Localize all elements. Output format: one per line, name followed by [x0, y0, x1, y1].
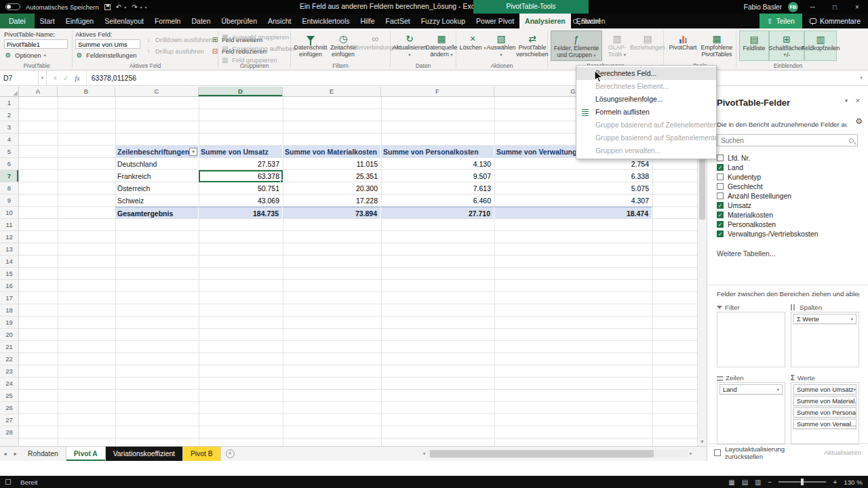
field-checkbox[interactable] — [717, 192, 724, 199]
redo-caret-icon[interactable]: ▾ — [140, 5, 142, 9]
tab-ansicht[interactable]: Ansicht — [262, 14, 296, 28]
select-all-corner[interactable] — [0, 87, 19, 97]
select-button[interactable]: ▧ Auswählen ▾ — [486, 30, 516, 61]
pivot-cell[interactable]: 20.300 — [283, 182, 381, 195]
pivot-cell[interactable]: 4.130 — [381, 158, 494, 170]
insert-function-icon[interactable]: fx — [75, 75, 80, 82]
values-chip-verwaltung[interactable]: Summe von Verwal...▾ — [793, 419, 856, 429]
pivot-total-cell[interactable]: 73.894 — [283, 207, 381, 219]
tab-entwicklertools[interactable]: Entwicklertools — [296, 14, 355, 28]
defer-layout-checkbox[interactable] — [714, 449, 721, 456]
column-header-c[interactable]: C — [115, 87, 199, 96]
pivottable-name-input[interactable]: PivotTable1 — [4, 39, 68, 49]
pivot-cell[interactable]: 6.338 — [494, 170, 652, 182]
field-checkbox[interactable] — [717, 230, 724, 237]
macro-record-icon[interactable] — [5, 479, 11, 485]
scroll-down-icon[interactable]: ▼ — [698, 437, 707, 446]
sheet-tab-variationskoeffizient[interactable]: Variationskoeffizient — [106, 447, 183, 461]
tab-analysieren[interactable]: Analysieren — [519, 14, 571, 28]
values-chip-personal[interactable]: Summe von Personal...▾ — [793, 407, 856, 418]
pivot-cell[interactable]: 25.351 — [283, 170, 381, 182]
pane-close-icon[interactable]: × — [856, 96, 860, 104]
pane-options-icon[interactable]: ▾ — [845, 98, 848, 104]
field-list-toggle[interactable]: ▤ Feldliste — [739, 30, 769, 61]
sheet-nav-right-icon[interactable]: ▸ — [10, 447, 20, 461]
field-headers-toggle[interactable]: ▥ Feldkopfzeilen — [804, 30, 837, 61]
autosave-toggle[interactable] — [5, 3, 20, 10]
minimize-button[interactable]: ─ — [804, 3, 821, 11]
pivot-cell[interactable]: 27.537 — [199, 158, 283, 170]
recommended-pivottables-button[interactable]: ▦ Empfohlene PivotTables — [699, 30, 734, 61]
undo-caret-icon[interactable]: ▾ — [124, 5, 126, 9]
field-checkbox[interactable] — [717, 183, 724, 190]
tab-fuzzy-lookup[interactable]: Fuzzy Lookup — [416, 14, 471, 28]
pivot-header-cell[interactable]: Summe von Materialkosten — [283, 146, 381, 158]
columns-drop-zone[interactable]: Σ Werte▾ — [791, 312, 859, 367]
zoom-slider-thumb[interactable] — [801, 479, 804, 485]
scroll-left-icon[interactable]: ◂ — [420, 451, 427, 456]
sheet-tab-pivot-a[interactable]: Pivot A — [66, 447, 106, 461]
menu-item-loesungsreihenfolge[interactable]: Lösungsreihenfolge... — [576, 93, 716, 106]
redo-icon[interactable]: ↷ — [132, 3, 137, 11]
pivot-row-label[interactable]: Deutschland — [115, 158, 199, 170]
tab-factset[interactable]: FactSet — [380, 14, 416, 28]
pivot-cell[interactable]: 6.460 — [381, 195, 494, 207]
tab-start[interactable]: Start — [35, 14, 60, 28]
contextual-tab-header[interactable]: PivotTable-Tools — [473, 0, 589, 14]
field-item-lfd-nr[interactable]: Lfd. Nr. — [717, 153, 858, 163]
pane-search-input[interactable]: Suchen — [717, 134, 858, 146]
share-button[interactable]: ⇧ Teilen — [760, 14, 802, 28]
field-checkbox[interactable] — [717, 211, 724, 218]
fields-items-sets-button[interactable]: ƒ Felder, Elemente und Gruppen ▾ — [551, 30, 602, 61]
pivot-cell[interactable]: 7.613 — [381, 182, 494, 195]
insert-slicer-button[interactable]: Datenschnitt einfügen — [294, 30, 328, 61]
horizontal-scrollbar-thumb[interactable] — [430, 450, 654, 458]
columns-chip-werte[interactable]: Σ Werte▾ — [793, 314, 856, 324]
qat-customize-icon[interactable]: ▾ — [145, 5, 147, 9]
field-item-umsatz[interactable]: Umsatz — [717, 201, 858, 210]
sheet-tab-rohdaten[interactable]: Rohdaten — [20, 447, 66, 461]
undo-icon[interactable]: ↶ — [116, 3, 121, 11]
tab-seitenlayout[interactable]: Seitenlayout — [99, 14, 149, 28]
field-item-materialkosten[interactable]: Materialkosten — [717, 210, 858, 220]
field-checkbox[interactable] — [717, 202, 724, 209]
filter-drop-zone[interactable] — [717, 312, 785, 367]
values-drop-zone[interactable]: Summe von Umsatz▾ Summe von Material...▾… — [791, 382, 859, 445]
row-headers[interactable]: 1234567891011121314151617181920212223242… — [0, 97, 19, 446]
column-header-d[interactable]: D — [199, 87, 283, 96]
horizontal-scrollbar[interactable]: ◂ ▸ — [420, 449, 694, 458]
column-header-a[interactable]: A — [19, 87, 58, 96]
rows-drop-zone[interactable]: Land▾ — [717, 382, 785, 445]
restore-button[interactable]: □ — [827, 3, 843, 11]
column-header-b[interactable]: B — [58, 87, 115, 96]
field-item-personalkosten[interactable]: Personalkosten — [717, 220, 858, 229]
filter-area[interactable]: Filter — [717, 302, 785, 367]
save-icon[interactable] — [104, 4, 111, 10]
sheet-tab-pivot-b[interactable]: Pivot B — [183, 447, 221, 461]
field-item-anzahl-bestellungen[interactable]: Anzahl Bestellungen — [717, 191, 858, 201]
tab-ueberpruefen[interactable]: Überprüfen — [216, 14, 263, 28]
formula-input[interactable]: 63378,011256 — [87, 70, 136, 85]
column-header-e[interactable]: E — [283, 87, 381, 96]
more-tables-link[interactable]: Weitere Tabellen... — [717, 249, 776, 258]
formula-bar-expand-icon[interactable]: ▾ — [860, 70, 868, 85]
page-break-view-icon[interactable]: ▥ — [755, 479, 761, 486]
pivot-total-cell[interactable]: 184.735 — [199, 207, 283, 219]
values-chip-umsatz[interactable]: Summe von Umsatz▾ — [793, 384, 856, 394]
pivot-cell[interactable]: 17.228 — [283, 195, 381, 207]
filter-dropdown-button[interactable]: ▼ — [189, 148, 197, 156]
tab-hilfe[interactable]: Hilfe — [355, 14, 380, 28]
field-item-geschlecht[interactable]: Geschlecht — [717, 182, 858, 191]
field-item-verwaltungskosten[interactable]: Verwaltungs-/Vertriebskosten — [717, 229, 858, 239]
pivot-header-cell[interactable]: Summe von Personalkosten — [381, 146, 494, 158]
field-settings-button[interactable]: ⚙Feldeinstellungen — [75, 50, 140, 60]
close-button[interactable]: × — [849, 3, 865, 11]
avatar[interactable]: FB — [788, 2, 798, 12]
field-checkbox[interactable] — [717, 174, 724, 180]
field-item-land[interactable]: Land — [717, 163, 858, 172]
pivot-cell[interactable]: 2.754 — [494, 158, 652, 170]
pivotchart-button[interactable]: PivotChart — [667, 30, 699, 61]
page-layout-view-icon[interactable]: ▤ — [742, 479, 748, 486]
pivot-cell[interactable]: 4.307 — [494, 195, 652, 207]
field-checkbox[interactable] — [717, 155, 724, 161]
